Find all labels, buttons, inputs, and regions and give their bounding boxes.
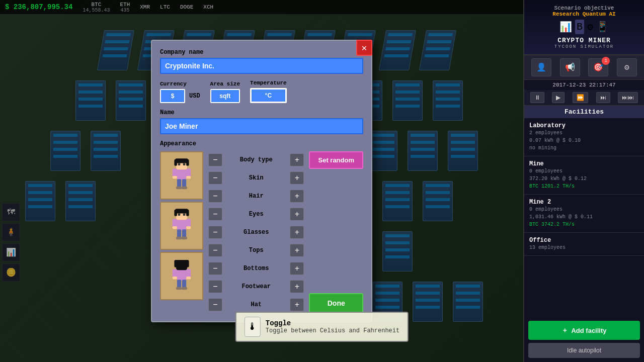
add-facility-label: Add facility: [571, 327, 606, 334]
currency-group: Currency $ USD: [160, 81, 200, 103]
hair-row: − Hair +: [208, 188, 304, 205]
bottom-buttons: ＋ Add facility Idle autopilot: [524, 317, 644, 362]
temperature-label: Temperature: [250, 80, 287, 86]
appearance-section: − Body type + − Skin + − Hair +: [160, 151, 363, 313]
tops-label: Tops: [222, 247, 290, 254]
tops-minus[interactable]: −: [208, 244, 222, 257]
hair-label: Hair: [222, 193, 290, 200]
svg-rect-2: [175, 158, 188, 163]
skin-label: Skin: [222, 174, 290, 182]
name-input[interactable]: [160, 118, 363, 134]
bottoms-minus[interactable]: −: [208, 262, 222, 275]
datetime-display: 2017-12-23 22:17:47: [524, 80, 644, 90]
footwear-plus[interactable]: +: [290, 280, 304, 293]
area-size-label: Area size: [210, 81, 240, 87]
svg-rect-17: [175, 209, 188, 213]
facility-mine[interactable]: Mine 0 employees 372.20 kWh @ $ 0.12 BTC…: [524, 156, 644, 195]
svg-rect-39: [176, 287, 182, 290]
tops-plus[interactable]: +: [290, 244, 304, 257]
svg-rect-37: [177, 280, 181, 288]
company-name-input[interactable]: [160, 58, 363, 74]
glasses-plus[interactable]: +: [290, 226, 304, 239]
svg-rect-33: [173, 269, 177, 277]
svg-rect-15: [177, 219, 186, 230]
bottoms-label: Bottoms: [222, 265, 290, 272]
area-size-btn[interactable]: sqft: [210, 89, 240, 103]
character-previews: [160, 151, 203, 313]
skin-minus[interactable]: −: [208, 171, 222, 185]
body-type-row: − Body type +: [208, 151, 304, 168]
settings-icon-btn[interactable]: ⚙: [617, 58, 637, 76]
currency-symbol-btn[interactable]: $: [160, 89, 185, 103]
eyes-minus[interactable]: −: [208, 208, 222, 221]
hat-row: − Hat +: [208, 296, 304, 313]
facility-laboratory[interactable]: Laboratory 2 employees 0.07 kWh @ $ 0.10…: [524, 118, 644, 156]
svg-rect-34: [186, 269, 191, 277]
svg-rect-7: [173, 168, 177, 176]
right-panel: Scenario objective Research Quantum AI 📊…: [523, 0, 644, 362]
svg-rect-28: [176, 237, 182, 239]
hat-minus[interactable]: −: [208, 298, 222, 311]
svg-rect-20: [178, 213, 181, 216]
svg-rect-35: [173, 277, 177, 279]
svg-rect-29: [182, 237, 187, 239]
hat-plus[interactable]: +: [290, 298, 304, 311]
svg-rect-30: [177, 269, 186, 281]
temperature-btn[interactable]: °C: [250, 88, 287, 103]
megaphone-icon-btn[interactable]: 📢: [560, 58, 580, 76]
currency-name: USD: [189, 93, 200, 100]
toggle-title: Toggle: [266, 319, 399, 327]
eyes-plus[interactable]: +: [290, 208, 304, 221]
faster-btn[interactable]: ⏭: [596, 92, 610, 103]
character-sprite-2: [167, 205, 197, 246]
idle-autopilot-button[interactable]: Idle autopilot: [528, 343, 640, 358]
svg-rect-6: [183, 163, 186, 165]
glasses-minus[interactable]: −: [208, 226, 222, 239]
temperature-group: Temperature °C: [250, 80, 287, 103]
game-title: CRYPTO MINER: [529, 37, 639, 44]
hat-label: Hat: [222, 301, 290, 308]
pause-btn[interactable]: ⏸: [530, 92, 544, 103]
workers-icon-btn[interactable]: 👤: [531, 58, 551, 76]
skin-plus[interactable]: +: [290, 171, 304, 185]
facility-list: Laboratory 2 employees 0.07 kWh @ $ 0.10…: [524, 118, 644, 317]
body-type-plus[interactable]: +: [290, 153, 304, 166]
facility-mine2[interactable]: Mine 2 0 employees 1,031.46 kWh @ $ 0.11…: [524, 195, 644, 233]
set-random-button[interactable]: Set random: [309, 151, 363, 169]
footwear-minus[interactable]: −: [208, 280, 222, 293]
thermometer-icon: 🌡: [248, 321, 258, 333]
skin-row: − Skin +: [208, 169, 304, 187]
svg-rect-23: [186, 219, 191, 227]
facilities-header: Facilities: [524, 106, 644, 118]
hair-minus[interactable]: −: [208, 190, 222, 203]
svg-rect-22: [173, 219, 177, 227]
add-facility-button[interactable]: ＋ Add facility: [528, 321, 640, 340]
svg-rect-26: [177, 229, 181, 237]
fast-btn[interactable]: ⏩: [573, 92, 588, 103]
footwear-label: Footwear: [222, 283, 290, 290]
target-icon-btn[interactable]: 🎯 1: [588, 58, 608, 76]
char-preview-back: [160, 252, 203, 300]
done-button[interactable]: Done: [309, 293, 363, 313]
svg-rect-14: [182, 187, 187, 189]
hair-plus[interactable]: +: [290, 190, 304, 203]
svg-rect-3: [174, 159, 177, 166]
settings-row: Currency $ USD Area size sqft Temperatur…: [160, 80, 363, 103]
fastest-btn[interactable]: ⏭⏭: [618, 92, 638, 103]
svg-rect-21: [183, 213, 186, 216]
toggle-description: Toggle between Celsius and Fahrenheit: [266, 327, 399, 334]
eyes-row: − Eyes +: [208, 206, 304, 223]
dialog-close-button[interactable]: ✕: [356, 40, 372, 56]
character-sprite-3: [167, 255, 197, 297]
facility-office[interactable]: Office 13 employees: [524, 233, 644, 256]
close-icon: ✕: [362, 42, 367, 53]
settings-dialog: ✕ Company name Currency $ USD Area size …: [151, 40, 372, 322]
svg-rect-5: [178, 163, 181, 165]
body-type-minus[interactable]: −: [208, 153, 222, 166]
svg-rect-0: [177, 168, 186, 180]
tops-row: − Tops +: [208, 242, 304, 259]
toggle-tooltip: 🌡 Toggle Toggle between Celsius and Fahr…: [235, 312, 409, 342]
right-controls: Set random Done: [309, 151, 363, 313]
play-btn[interactable]: ▶: [552, 92, 565, 103]
bottoms-plus[interactable]: +: [290, 262, 304, 275]
